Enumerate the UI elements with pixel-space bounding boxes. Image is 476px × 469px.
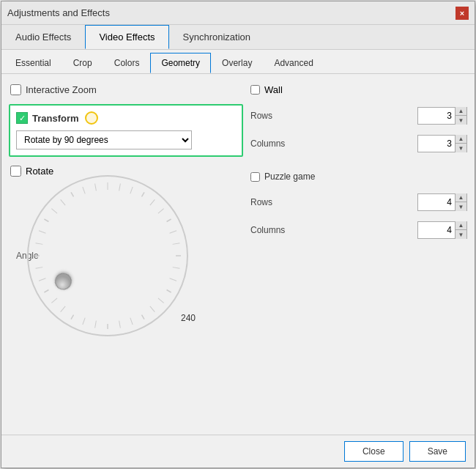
puzzle-rows-decrement-button[interactable]: ▼ (455, 202, 466, 211)
svg-line-26 (39, 278, 45, 281)
svg-point-36 (52, 270, 74, 292)
transform-box: ✓ Transform No rotation Rotate by 90 deg… (9, 104, 243, 157)
puzzle-rows-spinner: ▲ ▼ (417, 193, 467, 211)
adjustments-dialog: Adjustments and Effects × Audio Effects … (1, 1, 475, 468)
puzzle-rows-label: Rows (250, 197, 294, 207)
wall-checkbox[interactable] (250, 85, 260, 95)
tab-video-effects[interactable]: Video Effects (85, 25, 168, 49)
tab-overlay[interactable]: Overlay (211, 53, 263, 73)
columns-row: Columns ▲ ▼ (250, 133, 467, 154)
svg-line-9 (173, 243, 180, 245)
transform-header: ✓ Transform (16, 111, 236, 125)
svg-line-6 (158, 209, 164, 213)
rows-increment-button[interactable]: ▲ (455, 107, 466, 116)
svg-line-23 (61, 306, 65, 312)
svg-line-14 (158, 298, 164, 303)
tab-advanced[interactable]: Advanced (263, 53, 324, 73)
bottom-bar: Close Save (1, 435, 475, 468)
puzzle-columns-increment-button[interactable]: ▲ (455, 221, 466, 230)
svg-line-27 (36, 267, 43, 269)
rows-spinner: ▲ ▼ (417, 107, 467, 125)
svg-line-17 (130, 318, 133, 325)
puzzle-game-checkbox[interactable] (250, 172, 260, 182)
dial-container: Angle (9, 182, 207, 329)
rotate-section: Rotate Angle (9, 163, 243, 329)
svg-line-21 (83, 318, 85, 325)
rows-spinner-buttons: ▲ ▼ (455, 107, 466, 125)
dial-outer (27, 175, 188, 336)
transform-checkbox[interactable]: ✓ (16, 112, 28, 124)
main-tabs-container: Audio Effects Video Effects Synchronizat… (1, 25, 475, 50)
tab-audio-effects[interactable]: Audio Effects (1, 25, 85, 49)
puzzle-game-row: Puzzle game (250, 169, 467, 185)
interactive-zoom-label: Interactive Zoom (26, 84, 97, 95)
dial-svg (27, 175, 188, 336)
puzzle-columns-spinner: ▲ ▼ (417, 221, 467, 239)
svg-line-1 (142, 192, 145, 196)
puzzle-rows-row: Rows ▲ ▼ (250, 192, 467, 213)
svg-line-11 (173, 267, 180, 269)
puzzle-columns-input[interactable] (418, 224, 455, 237)
right-panel: Wall Rows ▲ ▼ Columns (250, 81, 467, 427)
columns-input[interactable] (418, 137, 455, 150)
svg-line-35 (95, 184, 97, 191)
tab-colors[interactable]: Colors (103, 53, 151, 73)
tab-essential[interactable]: Essential (4, 53, 62, 73)
svg-line-33 (61, 199, 65, 205)
close-title-button[interactable]: × (455, 7, 469, 20)
angle-value: 240 (181, 313, 196, 323)
svg-line-29 (36, 243, 43, 245)
rows-label: Rows (250, 111, 294, 121)
wall-row: Wall (250, 81, 467, 98)
interactive-zoom-row: Interactive Zoom (9, 81, 243, 98)
svg-line-10 (167, 290, 171, 293)
svg-line-34 (83, 187, 85, 193)
svg-line-4 (167, 219, 171, 222)
svg-line-15 (150, 306, 155, 312)
dialog-title: Adjustments and Effects (7, 7, 110, 18)
transform-label: Transform (32, 113, 79, 124)
tab-crop[interactable]: Crop (62, 53, 103, 73)
close-button[interactable]: Close (344, 441, 404, 462)
puzzle-columns-decrement-button[interactable]: ▼ (455, 230, 466, 239)
content-area: Interactive Zoom ✓ Transform No rotation… (1, 74, 475, 435)
interactive-zoom-checkbox[interactable] (10, 84, 21, 95)
rotate-dropdown-row: No rotation Rotate by 90 degrees Rotate … (16, 130, 236, 149)
tab-geometry[interactable]: Geometry (150, 53, 211, 73)
svg-line-28 (44, 219, 48, 222)
svg-line-5 (150, 199, 155, 205)
rotate-dropdown[interactable]: No rotation Rotate by 90 degrees Rotate … (16, 130, 192, 149)
puzzle-game-label: Puzzle game (264, 171, 315, 182)
svg-line-31 (71, 192, 74, 196)
puzzle-columns-label: Columns (250, 225, 294, 235)
rotate-checkbox[interactable] (10, 166, 21, 177)
columns-spinner-buttons: ▲ ▼ (455, 135, 466, 152)
left-panel: Interactive Zoom ✓ Transform No rotation… (9, 81, 243, 427)
svg-line-24 (51, 298, 57, 303)
puzzle-columns-row: Columns ▲ ▼ (250, 220, 467, 240)
svg-line-3 (130, 187, 133, 193)
svg-line-19 (71, 315, 74, 320)
svg-line-2 (119, 184, 121, 191)
puzzle-rows-increment-button[interactable]: ▲ (455, 193, 466, 202)
puzzle-rows-spinner-buttons: ▲ ▼ (455, 193, 466, 211)
svg-line-8 (170, 231, 176, 233)
svg-line-32 (51, 209, 57, 213)
columns-decrement-button[interactable]: ▼ (455, 144, 466, 152)
sub-tabs-container: Essential Crop Colors Geometry Overlay A… (1, 50, 475, 74)
rows-input[interactable] (418, 109, 455, 122)
svg-line-20 (95, 321, 97, 328)
tab-synchronization[interactable]: Synchronization (169, 25, 265, 49)
wall-label: Wall (264, 84, 283, 95)
save-button[interactable]: Save (409, 441, 466, 462)
columns-label: Columns (250, 139, 294, 149)
svg-line-30 (39, 231, 45, 233)
cursor-indicator (85, 111, 98, 125)
columns-increment-button[interactable]: ▲ (455, 135, 466, 144)
rows-decrement-button[interactable]: ▼ (455, 116, 466, 125)
svg-line-13 (142, 315, 145, 320)
puzzle-rows-input[interactable] (418, 196, 455, 209)
title-bar: Adjustments and Effects × (1, 1, 475, 25)
svg-line-22 (44, 290, 48, 293)
svg-line-18 (119, 321, 121, 328)
